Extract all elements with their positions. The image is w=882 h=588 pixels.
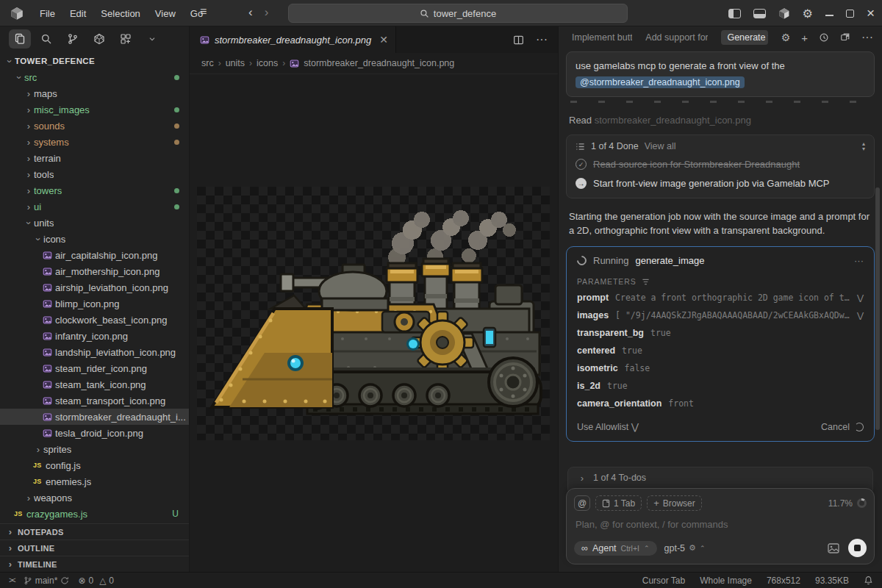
window-minimize-icon[interactable] — [825, 10, 833, 16]
tree-item-air-capitalship-icon-png[interactable]: air_capitalship_icon.png — [0, 247, 189, 263]
menu-overflow-icon[interactable]: ≡ — [200, 5, 207, 18]
tree-item-tools[interactable]: ›tools — [0, 166, 189, 182]
warnings-icon: △ — [99, 576, 106, 586]
sidebar-section-outline[interactable]: ›OUTLINE — [0, 539, 189, 556]
remote-indicator-icon[interactable]: >< — [9, 576, 15, 584]
source-control-icon[interactable] — [62, 29, 84, 49]
explorer-files-icon[interactable] — [9, 29, 31, 49]
tree-item-clockwork-beast-icon-png[interactable]: clockwork_beast_icon.png — [0, 312, 189, 328]
tree-item-infantry-icon-png[interactable]: infantry_icon.png — [0, 328, 189, 344]
status-whole-image[interactable]: Whole Image — [700, 576, 752, 586]
chat-settings-gear-icon[interactable]: ⚙ — [781, 32, 791, 43]
git-branch-item[interactable]: main* — [24, 576, 70, 586]
menu-item-view[interactable]: View — [148, 5, 183, 22]
chat-tab[interactable]: Implement button i — [572, 32, 632, 43]
param-expand-icon[interactable]: ⋁ — [857, 293, 864, 303]
menu-item-edit[interactable]: Edit — [62, 5, 93, 22]
cursor-cube-icon[interactable] — [778, 7, 790, 19]
tree-item-steam-rider-icon-png[interactable]: steam_rider_icon.png — [0, 360, 189, 376]
breadcrumb-file[interactable]: stormbreaker_dreadnaught_icon.png — [304, 58, 454, 68]
tree-item-steam-transport-icon-png[interactable]: steam_transport_icon.png — [0, 392, 189, 409]
open-in-window-icon[interactable] — [840, 32, 850, 43]
tree-item-airship-leviathon-icon-png[interactable]: airship_leviathon_icon.png — [0, 279, 189, 295]
status-768x512[interactable]: 768x512 — [767, 576, 800, 586]
chat-history-icon[interactable] — [819, 32, 829, 43]
tree-item-systems[interactable]: ›systems — [0, 134, 189, 150]
tree-item-label: maps — [34, 88, 57, 99]
todo-collapse-icon[interactable]: ▴▾ — [862, 141, 865, 151]
attach-image-icon[interactable] — [828, 543, 839, 553]
tree-item-sprites[interactable]: ›sprites — [0, 441, 189, 457]
chat-tab[interactable]: Add support for rev — [645, 32, 708, 43]
toggle-panel-icon[interactable] — [753, 9, 766, 18]
sidebar-section-notepads[interactable]: ›NOTEPADS — [0, 523, 189, 539]
tree-item-tesla-droid-icon-png[interactable]: tesla_droid_icon.png — [0, 425, 189, 441]
tab-close-icon[interactable]: ✕ — [379, 34, 388, 46]
notifications-bell-icon[interactable] — [864, 576, 873, 585]
chat-input-box[interactable]: @ 1 Tab+Browser 11.7% Plan, @ for contex… — [566, 488, 875, 564]
chat-scrollbar[interactable] — [875, 187, 880, 430]
history-back-icon[interactable]: ‹ — [248, 4, 253, 21]
activity-search-icon[interactable] — [35, 29, 57, 49]
toggle-sidebar-icon[interactable] — [728, 9, 741, 18]
layout-grid-icon[interactable] — [115, 29, 137, 49]
tree-item-landship-leviathon-icon-png[interactable]: landship_leviathon_icon.png — [0, 344, 189, 360]
tree-item-towers[interactable]: ›towers — [0, 182, 189, 198]
breadcrumb-item[interactable]: units — [226, 58, 245, 68]
tree-root[interactable]: ›TOWER_DEFENCE — [0, 53, 189, 69]
tree-item-ui[interactable]: ›ui — [0, 198, 189, 215]
add-context-button[interactable]: @ — [574, 495, 590, 511]
problems-item[interactable]: ⊗ 0 △ 0 — [78, 576, 114, 586]
chat-more-icon[interactable]: ··· — [861, 31, 873, 44]
tree-item-sounds[interactable]: ›sounds — [0, 118, 189, 134]
tree-item-stormbreaker-dreadnaught-i-[interactable]: stormbreaker_dreadnaught_i... — [0, 409, 189, 425]
chat-input-placeholder[interactable]: Plan, @ for context, / for commands — [576, 519, 865, 530]
user-message: use gamelabs mcp to generate a front vie… — [566, 51, 875, 97]
split-editor-icon[interactable] — [513, 35, 524, 46]
cancel-button[interactable]: Cancel — [821, 422, 864, 432]
tree-item-terrain[interactable]: ›terrain — [0, 150, 189, 166]
editor-tab[interactable]: stormbreaker_dreadnaught_icon.png ✕ — [190, 26, 396, 53]
tree-item-src[interactable]: ›src — [0, 69, 189, 85]
tree-item-air-mothership-icon-png[interactable]: air_mothership_icon.png — [0, 263, 189, 279]
allowlist-dropdown[interactable]: Use Allowlist ⋁ — [577, 421, 639, 432]
context-chip-browser[interactable]: +Browser — [647, 495, 702, 511]
todo-view-all[interactable]: View all — [645, 141, 676, 151]
stop-button[interactable] — [848, 539, 867, 557]
agent-mode-selector[interactable]: ∞ Agent Ctrl+I ⌃ — [574, 541, 657, 556]
editor-pane: stormbreaker_dreadnaught_icon.png ✕ ··· … — [190, 26, 559, 572]
tree-item-blimp-icon-png[interactable]: blimp_icon.png — [0, 295, 189, 312]
editor-more-icon[interactable]: ··· — [536, 33, 548, 46]
status-93-35kb[interactable]: 93.35KB — [815, 576, 849, 586]
tool-more-icon[interactable]: ··· — [854, 255, 864, 266]
image-preview[interactable] — [197, 187, 550, 440]
tree-item-enemies-js[interactable]: JSenemies.js — [0, 473, 189, 490]
new-chat-icon[interactable]: + — [801, 32, 808, 44]
tree-item-units[interactable]: ›units — [0, 215, 189, 231]
window-close-icon[interactable]: × — [867, 7, 875, 19]
settings-gear-icon[interactable]: ⚙ — [803, 7, 813, 21]
tree-item-icons[interactable]: ›icons — [0, 231, 189, 247]
context-chip-1-tab[interactable]: 1 Tab — [595, 495, 642, 511]
menu-item-selection[interactable]: Selection — [93, 5, 147, 22]
menu-item-file[interactable]: File — [32, 5, 62, 22]
tree-item-maps[interactable]: ›maps — [0, 85, 189, 101]
model-selector[interactable]: gpt-5 ⚙ ⌃ — [664, 543, 706, 553]
tree-item-crazygames-js[interactable]: JScrazygames.jsU — [0, 506, 189, 522]
breadcrumb-item[interactable]: icons — [257, 58, 278, 68]
global-search[interactable]: tower_defence — [288, 4, 628, 23]
activity-more-chevron-icon[interactable] — [141, 29, 163, 49]
window-maximize-icon[interactable] — [846, 10, 854, 18]
tree-item-config-js[interactable]: JSconfig.js — [0, 457, 189, 473]
tree-item-misc-images[interactable]: ›misc_images — [0, 101, 189, 118]
param-expand-icon[interactable]: ⋁ — [857, 311, 864, 320]
tree-item-steam-tank-icon-png[interactable]: steam_tank_icon.png — [0, 376, 189, 392]
file-mention-pill[interactable]: @stormbreaker_dreadnaught_icon.png — [576, 76, 745, 88]
status-cursor-tab[interactable]: Cursor Tab — [642, 576, 685, 586]
extensions-cube-icon[interactable] — [88, 29, 110, 49]
sidebar-section-timeline[interactable]: ›TIMELINE — [0, 556, 189, 572]
history-forward-icon[interactable]: › — [265, 4, 269, 21]
chat-tab[interactable]: Generate f — [721, 30, 767, 45]
breadcrumb-item[interactable]: src — [201, 58, 214, 68]
tree-item-weapons[interactable]: ›weapons — [0, 490, 189, 506]
